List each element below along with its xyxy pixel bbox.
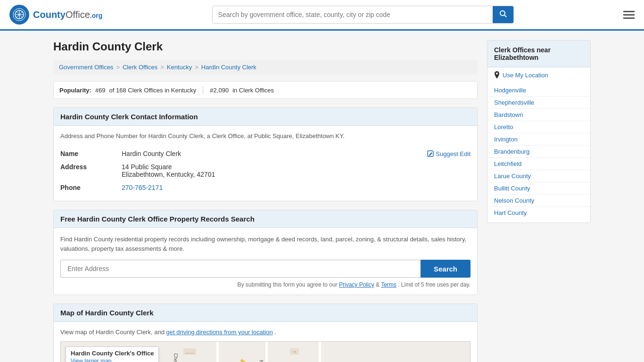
phone-link[interactable]: 270-765-2171: [122, 184, 163, 191]
map-number-arrow: →: [290, 348, 299, 355]
contact-section-header: Hardin County Clerk Contact Information: [54, 108, 477, 126]
site-header: CountyOffice.org: [0, 0, 644, 31]
sidebar-link-shepherdsville[interactable]: Shepherdsville: [494, 99, 534, 106]
breadcrumb-link-kentucky[interactable]: Kentucky: [167, 64, 192, 71]
map-container[interactable]: N Main Cherry Alley E Crutch 2 ...... → …: [60, 341, 471, 362]
sidebar-item-irvington: Irvington: [487, 133, 590, 146]
name-value: Hardin County Clerk: [122, 150, 427, 157]
label-n-main: N Main: [258, 360, 264, 362]
contact-section-body: Address and Phone Number for Hardin Coun…: [54, 126, 477, 201]
name-label: Name: [60, 150, 122, 157]
address-value: 14 Public Square Elizabethtown, Kentucky…: [122, 163, 471, 178]
sidebar-item-hart-county: Hart County: [487, 207, 590, 219]
location-pin-icon: [494, 71, 500, 79]
phone-label: Phone: [60, 184, 122, 191]
sidebar-item-loretto: Loretto: [487, 121, 590, 133]
sidebar-link-hodgenville[interactable]: Hodgenville: [494, 87, 526, 94]
logo-text: CountyOffice.org: [33, 9, 102, 20]
popularity-bar: Popularity: #69 of 168 Clerk Offices in …: [53, 81, 478, 99]
sidebar-item-leitchfield: Leitchfield: [487, 158, 590, 170]
main-container: Hardin County Clerk Government Offices >…: [44, 31, 600, 362]
logo-icon: [9, 5, 29, 25]
sidebar-box: Clerk Offices near Elizabethtown Use My …: [487, 40, 591, 223]
svg-point-6: [500, 11, 505, 16]
sidebar-header: Clerk Offices near Elizabethtown: [487, 41, 590, 67]
breadcrumb-link-government-offices[interactable]: Government Offices: [59, 64, 113, 71]
breadcrumb-link-current[interactable]: Hardin County Clerk: [201, 64, 256, 71]
popularity-rank2-suffix: in Clerk Offices: [232, 87, 274, 94]
sidebar-link-leitchfield[interactable]: Leitchfield: [494, 160, 522, 167]
sidebar-nearby-list: Hodgenville Shepherdsville Bardstown Lor…: [487, 81, 590, 222]
property-search-button[interactable]: Search: [421, 260, 471, 278]
suggest-edit-link[interactable]: Suggest Edit: [427, 150, 471, 157]
sidebar-link-bullitt-county[interactable]: Bullitt County: [494, 185, 530, 192]
privacy-policy-link[interactable]: Privacy Policy: [339, 281, 374, 288]
logo[interactable]: CountyOffice.org: [9, 5, 102, 25]
sidebar-link-bardstown[interactable]: Bardstown: [494, 111, 523, 118]
sidebar: Clerk Offices near Elizabethtown Use My …: [487, 40, 591, 362]
sidebar-item-nelson-county: Nelson County: [487, 195, 590, 207]
directions-link[interactable]: get driving directions from your locatio…: [166, 329, 273, 336]
page-title: Hardin County Clerk: [53, 40, 478, 53]
sidebar-link-loretto[interactable]: Loretto: [494, 123, 513, 131]
sidebar-link-larue-county[interactable]: Larue County: [494, 173, 531, 180]
address-search-form: Search: [60, 260, 471, 278]
sidebar-item-shepherdsville: Shepherdsville: [487, 97, 590, 109]
map-info-name: Hardin County Clerk's Office: [71, 350, 154, 357]
form-disclaimer: By submitting this form you agree to our…: [60, 281, 471, 288]
popularity-separator: [203, 86, 203, 94]
contact-info-table: Name Hardin County Clerk Suggest Edit: [60, 147, 471, 194]
breadcrumb: Government Offices > Clerk Offices > Ken…: [53, 60, 478, 74]
sidebar-item-larue-county: Larue County: [487, 170, 590, 182]
contact-section: Hardin County Clerk Contact Information …: [53, 107, 478, 201]
contact-description: Address and Phone Number for Hardin Coun…: [60, 132, 471, 140]
property-section-header: Free Hardin County Clerk Office Property…: [54, 210, 477, 228]
sidebar-item-hodgenville: Hodgenville: [487, 84, 590, 97]
svg-line-7: [504, 15, 506, 17]
contact-name-row: Name Hardin County Clerk Suggest Edit: [60, 147, 471, 160]
breadcrumb-link-clerk-offices[interactable]: Clerk Offices: [123, 64, 157, 71]
sidebar-link-irvington[interactable]: Irvington: [494, 136, 518, 143]
map-larger-link[interactable]: View larger map: [71, 358, 111, 362]
popularity-rank1-suffix: of 168 Clerk Offices in Kentucky: [109, 87, 197, 94]
map-number-dots: ......: [183, 348, 196, 355]
menu-button[interactable]: [623, 11, 635, 19]
content-area: Hardin County Clerk Government Offices >…: [53, 40, 478, 362]
svg-point-10: [496, 73, 498, 74]
property-description: Find Hardin County residential property …: [60, 235, 471, 253]
map-section-body: View map of Hardin County Clerk, and get…: [54, 322, 477, 362]
sidebar-item-bullitt-county: Bullitt County: [487, 182, 590, 195]
popularity-rank1-prefix: #69: [95, 87, 106, 94]
edit-icon: [427, 150, 434, 157]
contact-phone-row: Phone 270-765-2171: [60, 181, 471, 194]
sidebar-item-brandenburg: Brandenburg: [487, 146, 590, 158]
address-input[interactable]: [60, 260, 421, 278]
road-yellow: [240, 359, 303, 362]
property-section: Free Hardin County Clerk Office Property…: [53, 210, 478, 295]
address-label: Address: [60, 163, 122, 171]
sidebar-link-hart-county[interactable]: Hart County: [494, 209, 527, 216]
sidebar-link-brandenburg[interactable]: Brandenburg: [494, 148, 529, 155]
map-section: Map of Hardin County Clerk View map of H…: [53, 304, 478, 362]
map-section-header: Map of Hardin County Clerk: [54, 304, 477, 322]
popularity-rank2-prefix: #2,090: [210, 87, 229, 94]
search-area: [212, 6, 514, 24]
use-my-location-link[interactable]: Use My Location: [487, 67, 590, 81]
contact-address-row: Address 14 Public Square Elizabethtown, …: [60, 160, 471, 181]
sidebar-link-nelson-county[interactable]: Nelson County: [494, 197, 534, 204]
label-cherry-alley: Cherry Alley: [173, 354, 178, 362]
terms-link[interactable]: Terms: [381, 281, 396, 288]
search-submit-button[interactable]: [493, 6, 513, 23]
map-description: View map of Hardin County Clerk, and get…: [60, 329, 471, 336]
map-info-box: Hardin County Clerk's Office View larger…: [66, 346, 159, 362]
phone-value: 270-765-2171: [122, 184, 471, 191]
road-v-main: [265, 342, 268, 362]
popularity-label: Popularity:: [59, 87, 91, 94]
search-bar: [212, 6, 514, 24]
road-v-left: [216, 342, 219, 362]
sidebar-item-bardstown: Bardstown: [487, 109, 590, 121]
road-v-right: [319, 342, 321, 362]
search-input[interactable]: [213, 6, 493, 23]
property-section-body: Find Hardin County residential property …: [54, 228, 477, 295]
